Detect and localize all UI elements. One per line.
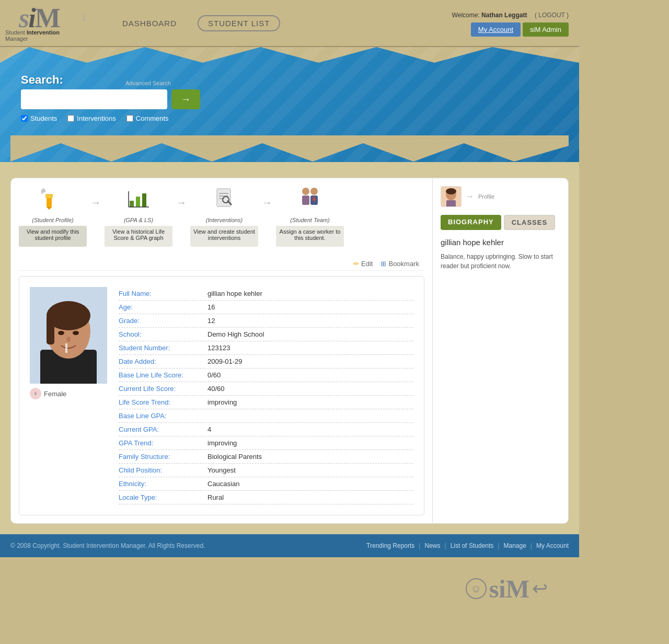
sim-admin-button[interactable]: siM Admin [523,22,569,37]
svg-rect-4 [41,188,46,194]
field-ethnicity: Ethnicity: Caucasian [119,477,413,491]
logout-link[interactable]: ( LOGOUT ) [535,12,569,19]
bookmark-link[interactable]: ⊞ Bookmark [380,260,419,268]
search-checkboxes: Students Interventions Comments [21,114,558,122]
right-panel-student-name: gillian hope kehler [441,238,560,247]
footer-trending-link[interactable]: Trending Reports [366,542,414,549]
welcome-message: Welcome: Nathan Leggatt ( LOGOUT ) [452,10,569,19]
svg-point-34 [446,188,456,194]
logo: siM [19,5,60,32]
svg-point-28 [73,331,79,335]
interventions-checkbox[interactable] [67,115,74,122]
svg-point-18 [310,188,318,195]
comments-checkbox[interactable] [126,115,133,122]
edit-bar: ✏ Edit ⊞ Bookmark [19,257,424,271]
advanced-search-link[interactable]: Advanced Search [125,80,171,86]
checkbox-students[interactable]: Students [21,114,57,122]
svg-rect-2 [45,194,53,198]
tab-biography[interactable]: BIOGRAPHY [441,215,501,230]
bottom-sim-text: siM [489,574,529,603]
svg-point-16 [302,188,309,195]
checkbox-interventions[interactable]: Interventions [67,114,116,122]
step-gpa-ls[interactable]: (GPA & LS) View a historical Life Score … [105,186,172,247]
header: siM Student Intervention Manager ⤵ DASHB… [0,0,579,47]
bottom-footer: ☺ siM ↩ [0,557,579,620]
bookmark-icon: ⊞ [380,260,386,268]
chart-icon [127,186,151,214]
student-photo [30,287,107,384]
footer-students-link[interactable]: List of Students [451,542,494,549]
logo-subtitle: Student Intervention Manager [5,29,73,42]
field-life-score-trend: Life Score Trend: improving [119,396,413,409]
nav-dashboard[interactable]: DASHBOARD [122,19,177,28]
edit-link[interactable]: ✏ Edit [353,260,373,268]
footer-account-link[interactable]: My Account [536,542,569,549]
footer-copyright: © 2008 Copyright. Student Intervention M… [10,542,205,549]
svg-rect-30 [65,343,67,353]
bottom-face-icon: ☺ [466,578,487,599]
svg-rect-17 [302,196,309,205]
logo-area: siM Student Intervention Manager [5,5,73,42]
footer-manage-link[interactable]: Manage [503,542,526,549]
students-checkbox[interactable] [21,115,28,122]
right-panel-bio-text: Balance, happy upbringing. Slow to start… [441,252,560,271]
step-profile-desc: View and modify this student profile [19,226,87,247]
header-right: Welcome: Nathan Leggatt ( LOGOUT ) My Ac… [452,10,569,37]
step-student-profile[interactable]: (Student Profile) View and modify this s… [19,186,87,247]
field-grade: Grade: 12 [119,314,413,328]
step-team-desc: Assign a case worker to this student. [276,226,344,247]
profile-label: Profile [478,193,494,200]
step-profile-title: (Student Profile) [32,217,73,223]
search-area: Search: Advanced Search → Students Inter… [10,58,569,130]
field-student-number: Student Number: 123123 [119,341,413,355]
search-label: Search: [21,73,558,87]
field-full-name: Full Name: gillian hope kehler [119,287,413,301]
nav-center: DASHBOARD STUDENT LIST [122,15,452,31]
highlighter-icon [41,186,65,214]
field-date-added: Date Added: 2009-01-29 [119,355,413,369]
right-panel-arrow: → [466,192,474,201]
nav-arrow-deco: ⤵ [81,13,86,24]
step-gpa-desc: View a historical Life Score & GPA graph [105,226,172,247]
search-input[interactable] [21,89,167,109]
svg-rect-7 [142,193,146,207]
bottom-arrow-icon: ↩ [532,578,548,600]
svg-rect-5 [130,201,134,207]
profile-container: ♀ Female Full Name: gillian hope kehler … [25,282,419,510]
checkbox-comments[interactable]: Comments [126,114,169,122]
search-arrow-icon: → [181,94,191,105]
field-baseline-gpa: Base Line GPA: [119,409,413,423]
footer: © 2008 Copyright. Student Intervention M… [0,534,579,557]
field-child-position: Child Position: Youngest [119,464,413,477]
tab-classes[interactable]: CLASSES [504,215,555,230]
svg-marker-3 [47,207,52,210]
right-tabs: BIOGRAPHY CLASSES [441,215,560,230]
field-current-gpa: Current GPA: 4 [119,423,413,436]
search-button[interactable]: → [171,89,200,109]
interventions-icon [213,186,236,214]
bottom-logo: ☺ siM ↩ [466,574,548,603]
student-left-panel: (Student Profile) View and modify this s… [11,178,432,523]
nav-student-list[interactable]: STUDENT LIST [198,15,280,31]
step-arrow-2: → [175,197,188,209]
main-content: (Student Profile) View and modify this s… [0,162,579,534]
svg-rect-33 [446,200,456,206]
step-student-team[interactable]: (Student Team) Assign a case worker to t… [276,186,344,247]
field-school: School: Demo High School [119,328,413,341]
profile-mini: → Profile [441,186,560,207]
svg-point-29 [66,337,71,342]
step-interventions-title: (Interventions) [206,217,243,223]
step-arrow-3: → [261,197,273,209]
step-team-title: (Student Team) [290,217,329,223]
search-row: Advanced Search → [21,89,558,109]
search-section: Search: Advanced Search → Students Inter… [0,47,579,162]
footer-links: Trending Reports | News | List of Studen… [366,542,569,549]
my-account-button[interactable]: My Account [471,22,521,37]
field-age: Age: 16 [119,301,413,314]
profile-photo: ♀ Female [30,287,108,504]
gender-icon: ♀ [30,388,41,399]
step-interventions[interactable]: (Interventions) View and create student … [190,186,258,247]
photo-svg [30,287,107,384]
footer-news-link[interactable]: News [424,542,440,549]
field-baseline-life-score: Base Line Life Score: 0/60 [119,369,413,382]
